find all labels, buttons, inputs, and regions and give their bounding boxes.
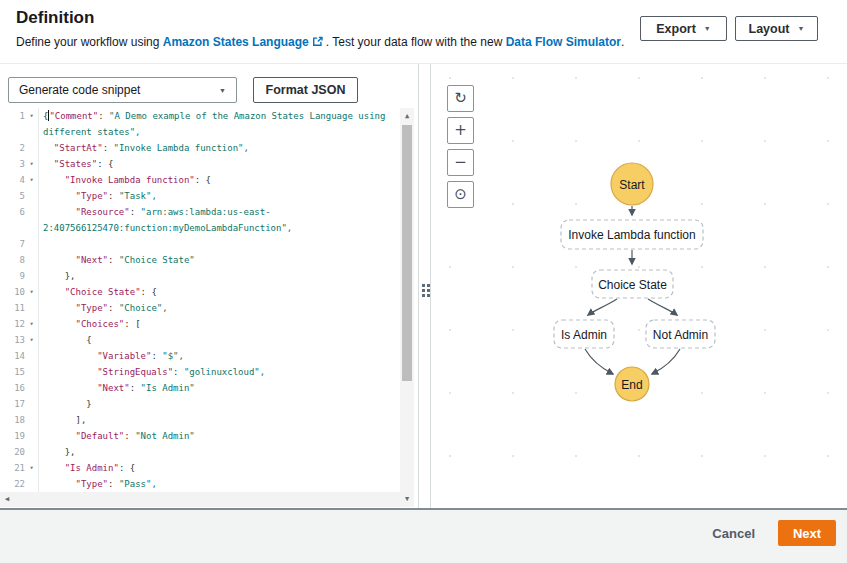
- refresh-icon: ↻: [454, 91, 467, 106]
- code-line[interactable]: 3▾ "States": {: [0, 156, 419, 172]
- code-line[interactable]: 15 "StringEquals": "golinuxcloud",: [0, 364, 419, 380]
- data-flow-simulator-link[interactable]: Data Flow Simulator: [506, 35, 621, 49]
- fold-spacer: [25, 252, 38, 268]
- editor-vertical-scrollbar[interactable]: ▲ ▼: [400, 108, 414, 507]
- line-number: 18: [0, 412, 25, 428]
- fold-spacer: [25, 396, 38, 412]
- code-line[interactable]: 9 },: [0, 268, 419, 284]
- graph-reset-button[interactable]: ↻: [447, 85, 474, 112]
- line-number: 6: [0, 204, 25, 220]
- code-line[interactable]: different states",: [0, 124, 419, 140]
- description-text: .: [621, 35, 624, 49]
- code-line[interactable]: 1▾{"Comment": "A Demo example of the Ama…: [0, 108, 419, 124]
- code-line-text: different states",: [38, 124, 419, 140]
- node-end[interactable]: End: [615, 367, 649, 401]
- code-line[interactable]: 19 "Default": "Not Admin": [0, 428, 419, 444]
- node-not-admin[interactable]: Not Admin: [646, 320, 715, 348]
- fold-arrow-icon[interactable]: ▾: [25, 108, 38, 124]
- code-line-text: [38, 236, 419, 252]
- code-line-text: 2:407566125470:function:myDemoLambdaFunc…: [38, 220, 419, 236]
- editor-horizontal-scrollbar[interactable]: ◀: [0, 492, 405, 507]
- code-editor[interactable]: 1▾{"Comment": "A Demo example of the Ama…: [0, 108, 419, 509]
- code-line[interactable]: 17 }: [0, 396, 419, 412]
- code-line[interactable]: 22 "Type": "Pass",: [0, 476, 419, 492]
- description-text: . Test your data flow with the new: [326, 35, 506, 49]
- code-line-text: ],: [38, 412, 419, 428]
- definition-editor-panel: Generate code snippet ▼ Format JSON 1▾{"…: [0, 64, 419, 509]
- layout-button[interactable]: Layout ▼: [735, 16, 818, 41]
- fold-spacer: [25, 476, 38, 492]
- code-line[interactable]: 7: [0, 236, 419, 252]
- code-line-text: "States": {: [38, 156, 419, 172]
- workflow-definition-page: Definition Define your workflow using Am…: [0, 0, 847, 563]
- line-number: 9: [0, 268, 25, 284]
- line-number: 20: [0, 444, 25, 460]
- fold-arrow-icon[interactable]: ▾: [25, 332, 38, 348]
- scroll-left-icon[interactable]: ◀: [5, 495, 9, 503]
- code-line[interactable]: 12▾ "Choices": [: [0, 316, 419, 332]
- chevron-down-icon: ▼: [798, 25, 805, 32]
- code-line[interactable]: 6 "Resource": "arn:aws:lambda:us-east-: [0, 204, 419, 220]
- fold-arrow-icon[interactable]: ▾: [25, 316, 38, 332]
- node-start[interactable]: Start: [611, 163, 653, 205]
- graph-zoom-in-button[interactable]: +: [447, 117, 474, 144]
- fold-arrow-icon[interactable]: ▾: [25, 156, 38, 172]
- code-line[interactable]: 13▾ {: [0, 332, 419, 348]
- svg-text:Not Admin: Not Admin: [653, 328, 708, 342]
- node-choice-state[interactable]: Choice State: [592, 270, 673, 298]
- code-line[interactable]: 2 "StartAt": "Invoke Lambda function",: [0, 140, 419, 156]
- generate-snippet-select[interactable]: Generate code snippet ▼: [8, 77, 237, 103]
- fold-arrow-icon[interactable]: ▾: [25, 172, 38, 188]
- code-line-text: },: [38, 268, 419, 284]
- code-line[interactable]: 16 "Next": "Is Admin": [0, 380, 419, 396]
- edge-notadmin-end: [652, 349, 680, 374]
- panel-resize-handle[interactable]: [420, 64, 430, 509]
- code-line[interactable]: 2:407566125470:function:myDemoLambdaFunc…: [0, 220, 419, 236]
- fold-spacer: [25, 124, 38, 140]
- fold-spacer: [25, 204, 38, 220]
- header: Definition Define your workflow using Am…: [0, 0, 847, 63]
- code-line-text: "Is Admin": {: [38, 460, 419, 476]
- graph-zoom-out-button[interactable]: −: [447, 149, 474, 176]
- format-json-button[interactable]: Format JSON: [253, 77, 358, 103]
- code-line[interactable]: 18 ],: [0, 412, 419, 428]
- node-is-admin[interactable]: Is Admin: [554, 320, 614, 348]
- node-invoke-lambda-function[interactable]: Invoke Lambda function: [561, 220, 703, 249]
- code-line[interactable]: 11 "Type": "Choice",: [0, 300, 419, 316]
- line-number: 14: [0, 348, 25, 364]
- line-number: [0, 220, 25, 236]
- fold-arrow-icon[interactable]: ▾: [25, 284, 38, 300]
- code-line-text: {: [38, 332, 419, 348]
- export-button[interactable]: Export ▼: [640, 16, 727, 41]
- code-line[interactable]: 5 "Type": "Task",: [0, 188, 419, 204]
- code-line[interactable]: 4▾ "Invoke Lambda function": {: [0, 172, 419, 188]
- cancel-button[interactable]: Cancel: [712, 526, 755, 541]
- edge-isadmin-end: [585, 349, 613, 374]
- edge-choice-notadmin: [648, 299, 677, 315]
- asl-link[interactable]: Amazon States Language: [163, 35, 309, 49]
- minus-icon: −: [454, 155, 467, 170]
- scroll-up-icon[interactable]: ▲: [400, 111, 414, 121]
- footer: Cancel Next: [0, 508, 847, 563]
- chevron-down-icon: ▼: [704, 25, 711, 32]
- fold-arrow-icon[interactable]: ▾: [25, 460, 38, 476]
- page-description: Define your workflow using Amazon States…: [16, 35, 624, 49]
- code-line[interactable]: 8 "Next": "Choice State": [0, 252, 419, 268]
- code-line[interactable]: 21▾ "Is Admin": {: [0, 460, 419, 476]
- code-line-text: "Type": "Choice",: [38, 300, 419, 316]
- line-number: 13: [0, 332, 25, 348]
- code-line-text: "StartAt": "Invoke Lambda function",: [38, 140, 419, 156]
- next-button[interactable]: Next: [778, 520, 836, 546]
- line-number: 19: [0, 428, 25, 444]
- code-line-text: }: [38, 396, 419, 412]
- export-button-label: Export: [656, 22, 696, 36]
- code-line[interactable]: 20 },: [0, 444, 419, 460]
- code-line-text: "Invoke Lambda function": {: [38, 172, 419, 188]
- code-line[interactable]: 14 "Variable": "$",: [0, 348, 419, 364]
- graph-center-button[interactable]: ⊙: [447, 181, 474, 208]
- plus-icon: +: [454, 123, 467, 138]
- fold-spacer: [25, 428, 38, 444]
- vertical-scrollbar-thumb[interactable]: [402, 125, 412, 381]
- line-number: 16: [0, 380, 25, 396]
- code-line[interactable]: 10▾ "Choice State": {: [0, 284, 419, 300]
